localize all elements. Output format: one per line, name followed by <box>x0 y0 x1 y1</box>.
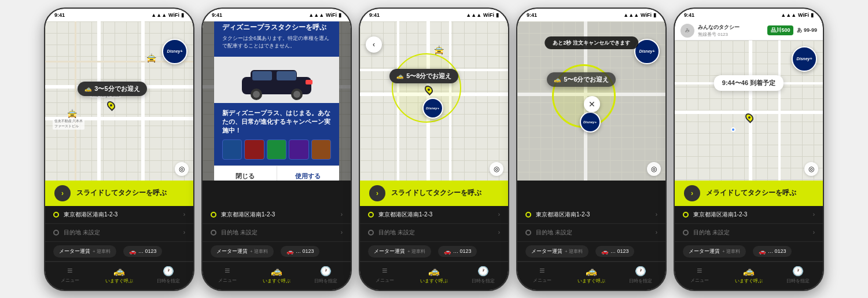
calendar-icon-3: 🕐 <box>477 266 489 277</box>
phone-1: 9:41 ▲▲▲ WiFi ▮ The Tokyo Club 住 <box>44 8 194 291</box>
car-svg-2 <box>230 60 323 100</box>
nav-now-3[interactable]: 🚕 いますぐ呼ぶ <box>409 266 458 284</box>
address-row-pickup-2[interactable]: 東京都港区港南1-2-3 › <box>203 206 351 224</box>
wifi-icon-5: WiFi <box>798 12 809 18</box>
dest-address-2: 目的地 未設定 <box>221 229 336 237</box>
svg-rect-3 <box>277 71 296 80</box>
status-icons-2: ▲▲▲ WiFi ▮ <box>308 12 341 18</box>
car-num-text-5: … 0123 <box>768 248 786 254</box>
car-num-btn-5[interactable]: 🚗 … 0123 <box>753 246 792 257</box>
meter-btn-5[interactable]: メーター運賃 + 迎車料 <box>683 245 746 257</box>
slide-arrow-3: › <box>369 185 385 201</box>
pickup-address-2: 東京都港区港南1-2-3 <box>221 211 336 219</box>
pickup-chevron-1: › <box>183 211 185 218</box>
options-row-2: メーター運賃 + 迎車料 🚗 … 0123 <box>203 242 351 262</box>
nav-schedule-3[interactable]: 🕐 日時を指定 <box>459 266 508 284</box>
nav-now-4[interactable]: 🚕 いますぐ呼ぶ <box>567 266 616 284</box>
pickup-address-5: 東京都港区港南1-2-3 <box>693 211 808 219</box>
car-num-btn-1[interactable]: 🚗 … 0123 <box>123 246 163 257</box>
meter-btn-4[interactable]: メーター運賃 + 迎車料 <box>525 245 589 257</box>
address-row-pickup-5[interactable]: 東京都港区港南1-2-3 › <box>675 206 823 224</box>
compass-1[interactable]: ◎ <box>175 162 189 176</box>
map-area-2: ディズニープラスタクシーを呼ぶ タクシーは全6属あります。特定の車種を選んで配車… <box>203 21 351 181</box>
promo-title-2: 新ディズニープラス、はじまる。あなたの、日常が進化するキャンペーン実施中！ <box>222 109 331 135</box>
phone-3: 9:41 ▲▲▲ WiFi ▮ <box>359 8 509 291</box>
meter-text-5: メーター運賃 <box>689 248 720 255</box>
pickup-dot-1 <box>53 212 59 218</box>
address-row-dest-5[interactable]: 目的地 未設定 › <box>675 224 823 242</box>
address-row-pickup-3[interactable]: 東京都港区港南1-2-3 › <box>360 206 508 224</box>
meter-btn-3[interactable]: メーター運賃 + 迎車料 <box>368 245 431 257</box>
compass-4[interactable]: ◎ <box>647 162 661 176</box>
calendar-icon-4: 🕐 <box>635 266 646 277</box>
time-3: 9:41 <box>369 12 380 18</box>
meter-btn-1[interactable]: メーター運賃 + 迎車料 <box>53 245 116 257</box>
plate-number-5: あ 99-99 <box>797 27 817 34</box>
driver-details-5: みんなのタクシー 無線番号 0123 <box>698 24 740 38</box>
menu-icon-1: ≡ <box>67 266 72 276</box>
battery-icon-3: ▮ <box>496 12 499 18</box>
nav-menu-4[interactable]: ≡ メニュー <box>517 266 567 284</box>
time-5: 9:41 <box>684 12 694 18</box>
dest-address-5: 目的地 未設定 <box>693 229 808 237</box>
dest-address-3: 目的地 未設定 <box>378 229 494 237</box>
nav-schedule-4[interactable]: 🕐 日時を指定 <box>616 266 665 284</box>
slide-btn-1[interactable]: › スライドしてタクシーを呼ぶ <box>45 181 193 206</box>
nav-menu-1[interactable]: ≡ メニュー <box>45 266 94 284</box>
nav-menu-3[interactable]: ≡ メニュー <box>360 266 409 284</box>
nav-schedule-2[interactable]: 🕐 日時を指定 <box>301 266 351 284</box>
nav-now-label-1: いますぐ呼ぶ <box>105 278 133 284</box>
car-num-btn-4[interactable]: 🚗 … 0123 <box>595 246 635 257</box>
bottom-nav-4: ≡ メニュー 🚕 いますぐ呼ぶ 🕐 日時を指定 <box>517 262 665 290</box>
modal-use-btn-2[interactable]: 使用する <box>277 166 340 181</box>
address-row-pickup-1[interactable]: 東京都港区港南1-2-3 › <box>45 206 193 224</box>
svg-rect-8 <box>306 80 312 84</box>
cancel-btn-4[interactable]: ✕ <box>584 96 600 112</box>
wifi-icon-1: WiFi <box>168 12 179 18</box>
phone-5: 9:41 ▲▲▲ WiFi ▮ み みんなのタクシー 無線番号 0123 品 <box>674 8 824 291</box>
phones-container: 9:41 ▲▲▲ WiFi ▮ The Tokyo Club 住 <box>38 2 830 297</box>
menu-icon-4: ≡ <box>539 266 545 276</box>
status-icons-3: ▲▲▲ WiFi ▮ <box>466 12 499 18</box>
svg-point-5 <box>253 91 260 98</box>
nav-schedule-1[interactable]: 🕐 日時を指定 <box>144 266 193 284</box>
status-icons-1: ▲▲▲ WiFi ▮ <box>151 12 184 18</box>
nav-now-2[interactable]: 🚕 いますぐ呼ぶ <box>252 266 301 284</box>
address-row-dest-4[interactable]: 目的地 未設定 › <box>517 224 665 242</box>
car-num-btn-3[interactable]: 🚗 … 0123 <box>438 246 477 257</box>
compass-5[interactable]: ◎ <box>804 162 818 176</box>
driver-header-5: み みんなのタクシー 無線番号 0123 品川500 あ 99-99 <box>675 21 823 41</box>
compass-3[interactable]: ◎ <box>490 162 503 176</box>
pickup-address-4: 東京都港区港南1-2-3 <box>536 211 651 219</box>
back-btn-3[interactable]: ‹ <box>366 36 382 53</box>
address-row-dest-2[interactable]: 目的地 未設定 › <box>203 224 351 242</box>
dark-slide-4 <box>517 181 665 206</box>
disney-badge-3: Disney+ <box>422 98 443 119</box>
dest-dot-4 <box>525 230 531 236</box>
address-row-dest-3[interactable]: 目的地 未設定 › <box>360 224 508 242</box>
nav-schedule-5[interactable]: 🕐 日時を指定 <box>774 266 823 284</box>
pickup-dot-2 <box>211 212 216 218</box>
meter-text-1: メーター運賃 <box>59 248 90 255</box>
surcharge-text-3: + 迎車料 <box>407 248 425 255</box>
address-row-pickup-4[interactable]: 東京都港区港南1-2-3 › <box>517 206 665 224</box>
nav-now-1[interactable]: 🚕 いますぐ呼ぶ <box>94 266 144 284</box>
modal-close-btn-2[interactable]: 閉じる <box>214 166 277 181</box>
meter-btn-2[interactable]: メーター運賃 + 迎車料 <box>211 245 274 257</box>
taxi-icon-nav-1: 🚕 <box>113 266 125 277</box>
battery-icon-4: ▮ <box>653 12 656 18</box>
dest-address-1: 目的地 未設定 <box>64 229 179 237</box>
nav-schedule-label-3: 日時を指定 <box>472 278 495 284</box>
car-num-btn-2[interactable]: 🚗 … 0123 <box>281 246 320 257</box>
nav-now-5[interactable]: 🚕 いますぐ呼ぶ <box>724 266 773 284</box>
status-bar-4: 9:41 ▲▲▲ WiFi ▮ <box>517 9 665 21</box>
slide-btn-5[interactable]: › メライドしてタクシーを呼ぶ <box>675 181 823 206</box>
nav-menu-2[interactable]: ≡ メニュー <box>203 266 252 284</box>
dest-chevron-5: › <box>813 229 815 236</box>
address-row-dest-1[interactable]: 目的地 未設定 › <box>45 224 193 242</box>
nav-menu-5[interactable]: ≡ メニュー <box>675 266 724 284</box>
dest-dot-3 <box>368 230 374 236</box>
map-area-1: The Tokyo Club 住友不動産 六本木ファーストビル 🚖 🚖 Disn… <box>45 21 193 181</box>
slide-btn-3[interactable]: › スライドしてタクシーを呼ぶ <box>360 181 508 206</box>
modal-sub-2: タクシーは全6属あります。特定の車種を選んで配車することはできません。 <box>222 35 331 50</box>
